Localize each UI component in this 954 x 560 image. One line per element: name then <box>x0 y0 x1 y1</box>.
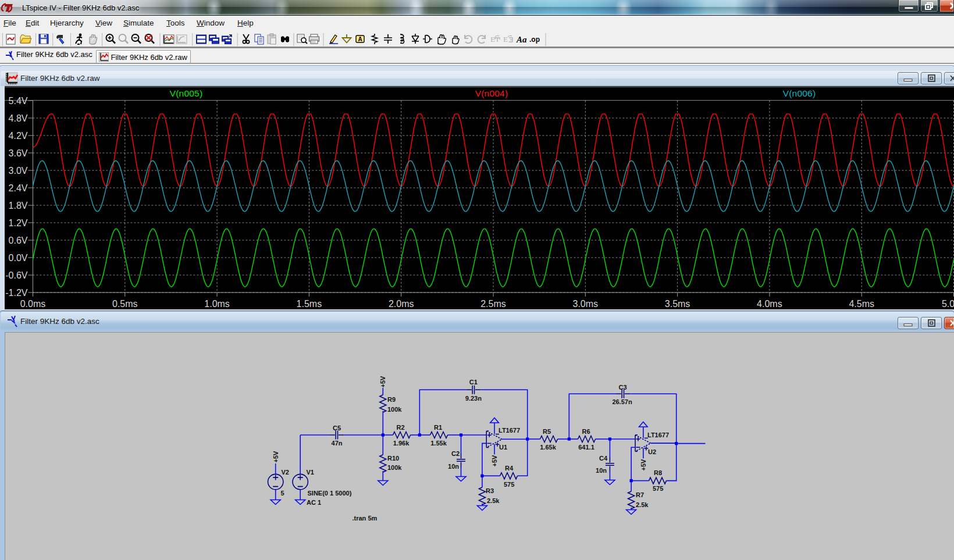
svg-text:4.8V: 4.8V <box>9 113 28 123</box>
svg-text:R4: R4 <box>505 465 514 472</box>
svg-text:U1: U1 <box>499 444 507 451</box>
svg-text:575: 575 <box>653 485 663 492</box>
svg-text:4.0ms: 4.0ms <box>757 299 782 309</box>
svg-text:E: E <box>490 35 495 44</box>
svg-text:R1: R1 <box>434 424 442 431</box>
svg-text:5.0: 5.0 <box>942 299 954 309</box>
svg-text:+5V: +5V <box>379 376 386 388</box>
svg-text:C4: C4 <box>599 455 608 462</box>
svg-text:5.4V: 5.4V <box>9 96 28 106</box>
svg-text:10n: 10n <box>448 463 459 470</box>
svg-text:9.23n: 9.23n <box>465 395 482 402</box>
svg-text:1.96k: 1.96k <box>393 440 410 447</box>
svg-text:1.5ms: 1.5ms <box>297 299 322 309</box>
svg-text:0.6V: 0.6V <box>9 236 28 245</box>
svg-text:C1: C1 <box>469 379 478 386</box>
svg-text:-0.6V: -0.6V <box>5 270 28 280</box>
svg-text:100k: 100k <box>387 406 402 413</box>
svg-text:2.4V: 2.4V <box>9 183 28 193</box>
svg-text:R3: R3 <box>486 487 494 494</box>
svg-text:0.5ms: 0.5ms <box>112 299 138 309</box>
svg-text:-1.2V: -1.2V <box>5 288 28 298</box>
svg-text:LT1677: LT1677 <box>647 431 669 438</box>
svg-text:SINE(0 1 5000): SINE(0 1 5000) <box>308 490 352 497</box>
svg-text:2.0ms: 2.0ms <box>389 299 414 309</box>
svg-text:A: A <box>358 36 362 42</box>
svg-text:5: 5 <box>281 490 284 497</box>
svg-text:47n: 47n <box>332 440 343 447</box>
svg-text:C5: C5 <box>333 425 341 431</box>
svg-text:R6: R6 <box>582 428 590 435</box>
svg-text:3.0ms: 3.0ms <box>573 299 599 309</box>
svg-text:10n: 10n <box>596 467 607 474</box>
svg-text:2.5k: 2.5k <box>636 501 649 508</box>
svg-text:R7: R7 <box>636 491 644 498</box>
svg-text:R2: R2 <box>396 424 404 431</box>
svg-text:V(n004): V(n004) <box>475 88 508 98</box>
svg-text:AC 1: AC 1 <box>307 499 321 506</box>
svg-text:V(n005): V(n005) <box>170 88 203 98</box>
svg-text:641.1: 641.1 <box>578 444 595 451</box>
svg-text:R5: R5 <box>543 428 551 435</box>
svg-text:V1: V1 <box>307 469 314 476</box>
svg-text:U2: U2 <box>648 448 656 455</box>
svg-text:V(n006): V(n006) <box>783 88 816 98</box>
svg-text:LT1677: LT1677 <box>499 427 520 434</box>
svg-text:3.0V: 3.0V <box>9 166 28 176</box>
svg-text:.op: .op <box>529 35 540 44</box>
svg-text:0.0V: 0.0V <box>9 253 28 263</box>
svg-text:26.57n: 26.57n <box>612 398 632 405</box>
svg-text:R8: R8 <box>654 469 662 476</box>
svg-text:C3: C3 <box>618 384 626 391</box>
svg-text:1.2V: 1.2V <box>9 218 28 228</box>
svg-text:0.0ms: 0.0ms <box>20 299 46 309</box>
svg-text:C2: C2 <box>451 450 460 457</box>
svg-text:2.5ms: 2.5ms <box>480 299 506 309</box>
svg-text:+5V: +5V <box>640 459 647 471</box>
svg-text:3.5ms: 3.5ms <box>665 299 690 309</box>
svg-text:575: 575 <box>504 481 514 488</box>
svg-text:4.5ms: 4.5ms <box>849 299 874 309</box>
svg-text:1.0ms: 1.0ms <box>204 299 230 309</box>
svg-text:4.2V: 4.2V <box>9 131 28 141</box>
svg-text:2.5k: 2.5k <box>487 497 500 504</box>
svg-text:R10: R10 <box>387 455 399 462</box>
svg-text:1.55k: 1.55k <box>430 440 447 447</box>
svg-text:1.8V: 1.8V <box>9 201 28 211</box>
svg-text:Aa: Aa <box>516 35 527 44</box>
svg-text:+5V: +5V <box>491 455 498 467</box>
svg-text:.tran 5m: .tran 5m <box>353 515 378 522</box>
svg-text:E: E <box>503 35 508 44</box>
svg-text:3.6V: 3.6V <box>9 148 28 158</box>
svg-text:100k: 100k <box>387 464 402 471</box>
svg-text:1.65k: 1.65k <box>540 444 556 451</box>
svg-text:R9: R9 <box>387 396 396 403</box>
svg-text:V2: V2 <box>282 469 289 476</box>
svg-text:+5V: +5V <box>272 451 279 463</box>
